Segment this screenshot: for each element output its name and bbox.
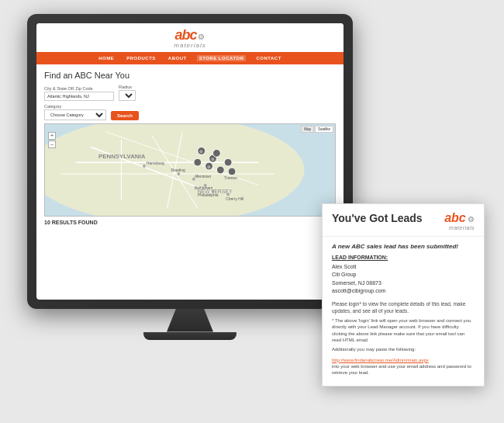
results-text: 10 RESULTS FOUND [44, 220, 336, 225]
category-select[interactable]: Choose Category [44, 109, 106, 120]
svg-point-29 [224, 158, 232, 166]
svg-point-19 [212, 189, 215, 192]
popup-logo-gear-icon: ⚙ [468, 215, 475, 224]
map-svg: PENNSYLVANIA NEW JERSEY Harrisburg Readi… [45, 124, 335, 216]
website: abc ⚙ materials HOME PRODUCTS ABOUT STOR… [36, 23, 343, 300]
nav-store-locator[interactable]: STORE LOCATOR [197, 55, 247, 61]
map-toolbar: Map Satellite [301, 126, 333, 133]
page-title: Find an ABC Near You [44, 71, 336, 80]
logo-gear-icon: ⚙ [198, 33, 205, 41]
category-label: Category [44, 104, 106, 109]
city-label: City & State OR Zip Code [44, 86, 114, 91]
zoom-in-button[interactable]: + [48, 132, 56, 140]
email-popup: You've Got Leads abc ⚙ materials A new A… [322, 203, 485, 387]
svg-text:Allentown: Allentown [195, 174, 212, 178]
popup-lead-info: Alex Scott Citi Group Somerset, NJ 08873… [332, 263, 475, 296]
popup-link[interactable]: http://www.findanabcnear.me/Admin/main.a… [332, 358, 429, 362]
svg-point-13 [177, 172, 180, 175]
popup-additionally: Additionally you may paste the following… [332, 346, 475, 352]
svg-text:Trenton: Trenton [224, 175, 237, 179]
monitor-base [143, 332, 236, 340]
popup-body: A new ABC sales lead has been submitted!… [323, 237, 484, 386]
popup-subtitle: A new ABC sales lead has been submitted! [332, 243, 475, 250]
svg-point-21 [226, 192, 230, 196]
map-view-button[interactable]: Map [301, 126, 314, 133]
popup-link-note: into your web browser and use your email… [332, 363, 475, 376]
popup-body-text: Please login* to view the complete detai… [332, 300, 475, 314]
popup-title: You've Got Leads [332, 212, 423, 224]
svg-point-11 [143, 165, 146, 168]
nav-bar: HOME PRODUCTS ABOUT STORE LOCATOR CONTAC… [36, 52, 343, 64]
svg-point-31 [228, 168, 236, 175]
popup-section-title: LEAD INFORMATION: [332, 255, 475, 260]
radius-select[interactable]: 5 10 25 [119, 90, 136, 101]
form-row-1: City & State OR Zip Code Radius 5 10 25 [44, 85, 336, 101]
city-group: City & State OR Zip Code [44, 86, 114, 101]
svg-text:Harrisburg: Harrisburg [147, 161, 164, 165]
logo: abc ⚙ materials [43, 28, 337, 49]
scene: abc ⚙ materials HOME PRODUCTS ABOUT STOR… [12, 6, 492, 418]
radius-group: Radius 5 10 25 [119, 85, 136, 101]
svg-text:Bethlehem: Bethlehem [195, 185, 212, 189]
popup-logo-abc: abc [444, 211, 466, 224]
monitor: abc ⚙ materials HOME PRODUCTS ABOUT STOR… [27, 14, 353, 340]
nav-contact[interactable]: CONTACT [254, 55, 283, 61]
search-button[interactable]: Search [111, 111, 139, 120]
nav-about[interactable]: ABOUT [166, 55, 189, 61]
map-container: PENNSYLVANIA NEW JERSEY Harrisburg Readi… [44, 123, 336, 217]
popup-logo: abc ⚙ materials [444, 212, 475, 231]
svg-text:PENNSYLVANIA: PENNSYLVANIA [98, 153, 146, 160]
main-content: Find an ABC Near You City & State OR Zip… [36, 64, 343, 300]
zoom-out-button[interactable]: – [48, 140, 56, 148]
popup-note: * The above 'login' link will open your … [332, 317, 475, 344]
nav-home[interactable]: HOME [96, 55, 116, 61]
svg-text:Reading: Reading [171, 168, 185, 172]
popup-logo-materials: materials [449, 225, 475, 231]
svg-text:Philadelphia: Philadelphia [198, 193, 219, 197]
site-header: abc ⚙ materials [36, 23, 343, 52]
logo-materials: materials [174, 42, 205, 49]
radius-label: Radius [119, 85, 136, 89]
zoom-controls: + – [48, 132, 56, 148]
category-row: Category Choose Category Search [44, 104, 336, 120]
svg-point-30 [213, 149, 221, 157]
category-group: Category Choose Category [44, 104, 106, 120]
monitor-stand [167, 309, 213, 332]
nav-products[interactable]: PRODUCTS [124, 55, 158, 61]
svg-point-27 [216, 166, 224, 174]
svg-text:Cherry Hill: Cherry Hill [226, 197, 243, 201]
city-input[interactable] [44, 92, 114, 101]
satellite-view-button[interactable]: Satellite [315, 126, 333, 133]
popup-header: You've Got Leads abc ⚙ materials [323, 204, 484, 237]
logo-abc: abc [175, 27, 197, 43]
monitor-outer: abc ⚙ materials HOME PRODUCTS ABOUT STOR… [27, 14, 353, 309]
svg-point-28 [194, 158, 202, 166]
monitor-screen: abc ⚙ materials HOME PRODUCTS ABOUT STOR… [36, 23, 343, 300]
